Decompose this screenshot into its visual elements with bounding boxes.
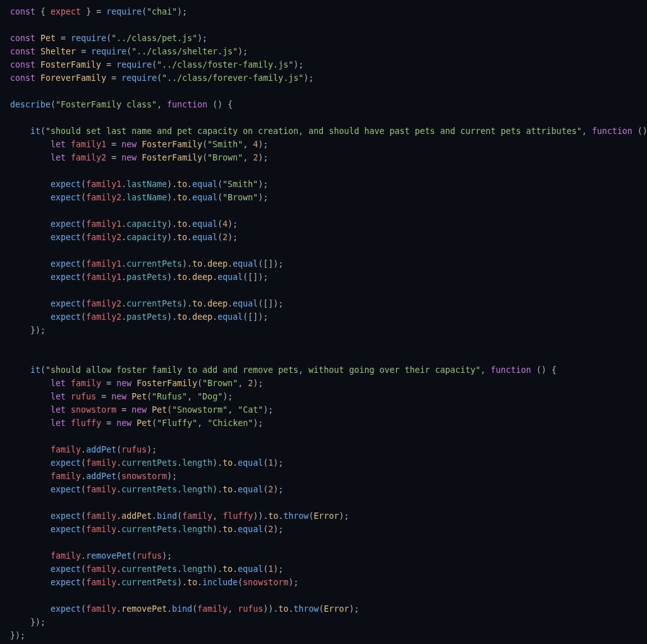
code-line: family.addPet(snowstorm); (0, 471, 177, 481)
code-line: const FosterFamily = require("../class/f… (0, 60, 303, 70)
code-line: let family1 = new FosterFamily("Smith", … (0, 140, 268, 149)
code-line: family.removePet(rufus); (0, 551, 172, 561)
code-line: expect(family.currentPets).to.include(sn… (0, 578, 298, 587)
code-line: let family = new FosterFamily("Brown", 2… (0, 379, 263, 388)
code-line: const ForeverFamily = require("../class/… (0, 73, 313, 83)
code-line: it("should allow foster family to add an… (0, 365, 557, 375)
code-line: expect(family1.capacity).to.equal(4); (0, 219, 238, 229)
code-line: let rufus = new Pet("Rufus", "Dog"); (0, 392, 233, 401)
code-line: expect(family1.currentPets).to.deep.equa… (0, 259, 283, 269)
code-line: const Shelter = require("../class/shelte… (0, 47, 248, 56)
code-line: expect(family2.currentPets).to.deep.equa… (0, 299, 283, 308)
code-line: }); (0, 325, 45, 335)
code-line: const { expect } = require("chai"); (0, 7, 187, 16)
code-line: family.addPet(rufus); (0, 445, 157, 454)
code-line: expect(family.addPet.bind(family, fluffy… (0, 511, 349, 521)
code-line: expect(family2.pastPets).to.deep.equal([… (0, 312, 268, 322)
code-line: expect(family.currentPets.length).to.equ… (0, 485, 283, 494)
code-line: let snowstorm = new Pet("Snowstorm", "Ca… (0, 405, 273, 415)
code-line: expect(family.currentPets.length).to.equ… (0, 564, 283, 574)
code-line: expect(family.currentPets.length).to.equ… (0, 525, 283, 534)
code-line: let family2 = new FosterFamily("Brown", … (0, 153, 268, 162)
code-line: it("should set last name and pet capacit… (0, 126, 647, 136)
code-line: expect(family2.capacity).to.equal(2); (0, 233, 238, 242)
code-line: expect(family2.lastName).to.equal("Brown… (0, 193, 268, 202)
code-line: expect(family.removePet.bind(family, ruf… (0, 604, 360, 614)
code-line: let fluffy = new Pet("Fluffy", "Chicken"… (0, 418, 263, 428)
code-line: expect(family1.pastPets).to.deep.equal([… (0, 272, 268, 282)
code-line: const Pet = require("../class/pet.js"); (0, 33, 207, 43)
code-line: describe("FosterFamily class", function … (0, 100, 233, 109)
code-line: }); (0, 617, 45, 627)
code-line: expect(family.currentPets.length).to.equ… (0, 458, 283, 468)
code-line: expect(family1.lastName).to.equal("Smith… (0, 179, 268, 189)
code-line: }); (0, 631, 25, 640)
code-editor[interactable]: const { expect } = require("chai"); cons… (0, 0, 647, 642)
